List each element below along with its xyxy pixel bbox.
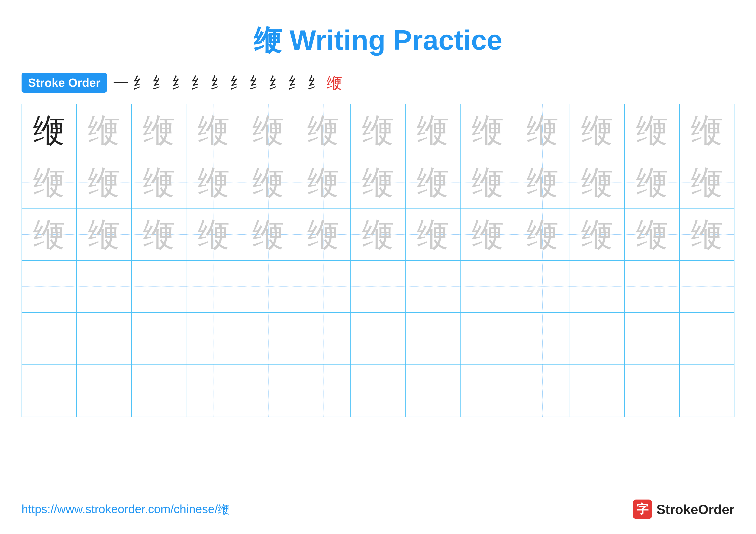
grid-cell-4-7[interactable] [406,313,460,365]
grid-cell-1-8[interactable]: 缏 [461,156,515,208]
grid-cell-5-7[interactable] [406,365,460,417]
grid-cell-1-11[interactable]: 缏 [625,156,680,208]
cell-char-1-9: 缏 [526,166,558,198]
cell-char-1-8: 缏 [472,166,504,198]
grid-cell-0-9[interactable]: 缏 [515,104,570,156]
grid-cell-2-0[interactable]: 缏 [22,209,77,260]
grid-cell-3-2[interactable] [132,261,186,312]
grid-cell-4-2[interactable] [132,313,186,365]
grid-cell-3-9[interactable] [515,261,570,312]
cell-char-0-3: 缏 [198,114,230,146]
grid-cell-0-11[interactable]: 缏 [625,104,680,156]
stroke-step-6: 纟 [230,72,245,93]
grid-cell-1-3[interactable]: 缏 [186,156,241,208]
cell-char-0-8: 缏 [472,114,504,146]
grid-cell-0-12[interactable]: 缏 [680,104,734,156]
grid-cell-2-12[interactable]: 缏 [680,209,734,260]
grid-cell-4-0[interactable] [22,313,77,365]
grid-cell-5-10[interactable] [570,365,625,417]
grid-cell-2-5[interactable]: 缏 [296,209,351,260]
cell-char-2-0: 缏 [33,218,65,250]
grid-cell-1-12[interactable]: 缏 [680,156,734,208]
grid-cell-3-8[interactable] [461,261,515,312]
grid-cell-2-8[interactable]: 缏 [461,209,515,260]
page-title: 缏 Writing Practice [254,21,502,60]
grid-cell-0-7[interactable]: 缏 [406,104,460,156]
grid-cell-4-10[interactable] [570,313,625,365]
grid-cell-5-8[interactable] [461,365,515,417]
grid-cell-4-8[interactable] [461,313,515,365]
grid-cell-0-4[interactable]: 缏 [241,104,296,156]
grid-cell-1-1[interactable]: 缏 [77,156,131,208]
grid-cell-1-2[interactable]: 缏 [132,156,186,208]
grid-cell-5-0[interactable] [22,365,77,417]
grid-cell-2-3[interactable]: 缏 [186,209,241,260]
grid-cell-3-5[interactable] [296,261,351,312]
grid-cell-2-6[interactable]: 缏 [351,209,406,260]
grid-cell-5-4[interactable] [241,365,296,417]
cell-char-0-12: 缏 [691,114,723,146]
grid-cell-1-0[interactable]: 缏 [22,156,77,208]
grid-cell-1-10[interactable]: 缏 [570,156,625,208]
grid-cell-5-2[interactable] [132,365,186,417]
grid-row-0: 缏缏缏缏缏缏缏缏缏缏缏缏缏 [22,104,734,156]
stroke-order-row: Stroke Order ㇐纟纟纟纟纟纟纟纟纟纟缏 [21,72,735,93]
footer-logo-icon: 字 [633,499,652,519]
grid-cell-2-4[interactable]: 缏 [241,209,296,260]
cell-char-1-0: 缏 [33,166,65,198]
grid-cell-1-6[interactable]: 缏 [351,156,406,208]
grid-cell-3-11[interactable] [625,261,680,312]
grid-cell-5-11[interactable] [625,365,680,417]
stroke-step-8: 纟 [269,72,284,93]
grid-cell-2-1[interactable]: 缏 [77,209,131,260]
grid-cell-4-9[interactable] [515,313,570,365]
grid-cell-5-5[interactable] [296,365,351,417]
cell-char-1-3: 缏 [198,166,230,198]
grid-cell-3-7[interactable] [406,261,460,312]
grid-cell-0-0[interactable]: 缏 [22,104,77,156]
grid-cell-0-1[interactable]: 缏 [77,104,131,156]
grid-cell-0-2[interactable]: 缏 [132,104,186,156]
grid-cell-0-8[interactable]: 缏 [461,104,515,156]
grid-cell-0-10[interactable]: 缏 [570,104,625,156]
grid-cell-4-1[interactable] [77,313,131,365]
grid-cell-3-6[interactable] [351,261,406,312]
grid-cell-3-10[interactable] [570,261,625,312]
cell-char-1-5: 缏 [307,166,339,198]
grid-cell-4-5[interactable] [296,313,351,365]
grid-cell-2-2[interactable]: 缏 [132,209,186,260]
grid-cell-5-3[interactable] [186,365,241,417]
grid-cell-2-10[interactable]: 缏 [570,209,625,260]
grid-cell-5-1[interactable] [77,365,131,417]
grid-cell-2-7[interactable]: 缏 [406,209,460,260]
cell-char-0-1: 缏 [88,114,120,146]
grid-cell-5-9[interactable] [515,365,570,417]
grid-cell-2-9[interactable]: 缏 [515,209,570,260]
grid-cell-0-6[interactable]: 缏 [351,104,406,156]
grid-cell-4-11[interactable] [625,313,680,365]
grid-cell-3-1[interactable] [77,261,131,312]
grid-cell-1-5[interactable]: 缏 [296,156,351,208]
grid-cell-4-4[interactable] [241,313,296,365]
cell-char-2-2: 缏 [143,218,175,250]
cell-char-0-7: 缏 [417,114,449,146]
stroke-step-7: 纟 [249,72,265,93]
grid-cell-0-3[interactable]: 缏 [186,104,241,156]
cell-char-1-1: 缏 [88,166,120,198]
grid-cell-4-3[interactable] [186,313,241,365]
cell-char-2-12: 缏 [691,218,723,250]
grid-cell-4-6[interactable] [351,313,406,365]
grid-cell-3-0[interactable] [22,261,77,312]
grid-cell-0-5[interactable]: 缏 [296,104,351,156]
grid-cell-3-12[interactable] [680,261,734,312]
grid-cell-4-12[interactable] [680,313,734,365]
grid-cell-5-12[interactable] [680,365,734,417]
grid-cell-1-7[interactable]: 缏 [406,156,460,208]
grid-cell-3-3[interactable] [186,261,241,312]
grid-cell-1-4[interactable]: 缏 [241,156,296,208]
grid-cell-3-4[interactable] [241,261,296,312]
grid-cell-5-6[interactable] [351,365,406,417]
stroke-sequence: ㇐纟纟纟纟纟纟纟纟纟纟缏 [113,72,342,93]
grid-cell-1-9[interactable]: 缏 [515,156,570,208]
grid-cell-2-11[interactable]: 缏 [625,209,680,260]
